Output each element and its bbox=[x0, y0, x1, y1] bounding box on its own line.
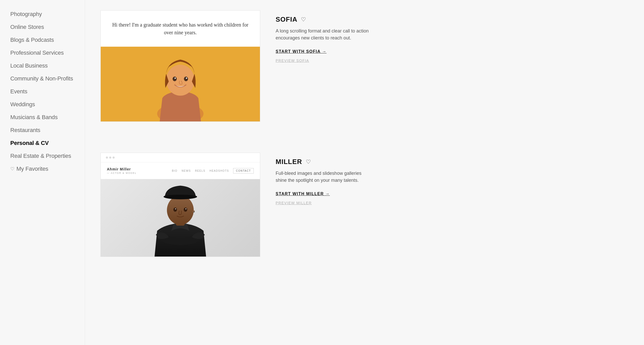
sidebar-item-my-favorites[interactable]: ♡ My Favorites bbox=[10, 162, 85, 175]
svg-point-2 bbox=[166, 65, 194, 96]
sidebar-item-community-nonprofits[interactable]: Community & Non-Profits bbox=[10, 72, 85, 85]
svg-point-8 bbox=[167, 195, 194, 225]
sidebar-item-professional-services[interactable]: Professional Services bbox=[10, 46, 85, 59]
sidebar: PhotographyOnline StoresBlogs & Podcasts… bbox=[0, 0, 85, 345]
sofia-tagline: Hi there! I'm a graduate student who has… bbox=[111, 21, 250, 36]
sidebar-item-blogs-podcasts[interactable]: Blogs & Podcasts bbox=[10, 34, 85, 46]
svg-point-11 bbox=[173, 208, 177, 212]
miller-logo-sub: — Actor & Model bbox=[107, 172, 137, 174]
sofia-image bbox=[101, 47, 260, 121]
miller-heart-icon[interactable]: ♡ bbox=[306, 159, 311, 165]
miller-preview-link[interactable]: PREVIEW MILLER bbox=[276, 201, 629, 205]
svg-point-12 bbox=[184, 208, 187, 212]
svg-point-6 bbox=[186, 78, 187, 79]
sidebar-item-photography[interactable]: Photography bbox=[10, 8, 85, 21]
svg-point-5 bbox=[175, 78, 176, 79]
miller-name: MILLER bbox=[276, 158, 302, 166]
sofia-preview-link[interactable]: PREVIEW SOFIA bbox=[276, 59, 629, 63]
svg-point-10 bbox=[164, 195, 197, 199]
sidebar-item-restaurants[interactable]: Restaurants bbox=[10, 124, 85, 137]
miller-nav-contact[interactable]: CONTACT bbox=[233, 168, 254, 174]
miller-nav-links: BIO NEWS REELS HEADSHOTS CONTACT bbox=[172, 168, 254, 174]
miller-logo-name: Ahmir Miller bbox=[107, 167, 137, 171]
miller-nav-headshots[interactable]: HEADSHOTS bbox=[209, 169, 229, 172]
svg-point-4 bbox=[184, 77, 188, 81]
sofia-person-illustration bbox=[142, 47, 219, 121]
svg-point-14 bbox=[185, 208, 187, 209]
miller-dot-3 bbox=[113, 157, 115, 159]
sidebar-item-real-estate[interactable]: Real Estate & Properties bbox=[10, 150, 85, 162]
heart-icon: ♡ bbox=[10, 166, 14, 172]
sofia-name: SOFIA bbox=[276, 15, 297, 23]
miller-logo: Ahmir Miller — Actor & Model bbox=[107, 167, 137, 174]
miller-nav-reels[interactable]: REELS bbox=[195, 169, 205, 172]
template-entry-miller: Ahmir Miller — Actor & Model BIO NEWS RE… bbox=[100, 142, 629, 257]
miller-nav-news[interactable]: NEWS bbox=[182, 169, 191, 172]
sofia-heart-icon[interactable]: ♡ bbox=[301, 16, 306, 23]
miller-person-illustration bbox=[139, 179, 222, 257]
sidebar-item-weddings[interactable]: Weddings bbox=[10, 98, 85, 111]
sidebar-item-online-stores[interactable]: Online Stores bbox=[10, 21, 85, 34]
miller-navbar: Ahmir Miller — Actor & Model BIO NEWS RE… bbox=[101, 162, 260, 179]
miller-preview[interactable]: Ahmir Miller — Actor & Model BIO NEWS RE… bbox=[100, 153, 260, 257]
miller-dot-1 bbox=[106, 157, 108, 159]
sidebar-item-local-business[interactable]: Local Business bbox=[10, 59, 85, 72]
miller-nav-bio[interactable]: BIO bbox=[172, 169, 177, 172]
miller-description: Full-bleed images and slideshow gallerie… bbox=[276, 170, 374, 184]
sidebar-item-musicians-bands[interactable]: Musicians & Bands bbox=[10, 111, 85, 124]
sofia-title-row: SOFIA ♡ bbox=[276, 15, 629, 23]
sofia-description: A long scrolling format and clear call t… bbox=[276, 28, 374, 42]
miller-info: MILLER ♡ Full-bleed images and slideshow… bbox=[276, 153, 629, 205]
template-entry-sofia: Hi there! I'm a graduate student who has… bbox=[100, 0, 629, 122]
main-content: Hi there! I'm a graduate student who has… bbox=[85, 0, 644, 345]
svg-point-16 bbox=[193, 211, 194, 212]
svg-point-3 bbox=[173, 77, 177, 81]
sofia-text-area: Hi there! I'm a graduate student who has… bbox=[101, 11, 260, 47]
miller-window-dots bbox=[101, 153, 260, 162]
sidebar-item-events[interactable]: Events bbox=[10, 85, 85, 98]
sofia-info: SOFIA ♡ A long scrolling format and clea… bbox=[276, 10, 629, 63]
miller-start-button[interactable]: START WITH MILLER → bbox=[276, 192, 629, 196]
sidebar-item-personal-cv[interactable]: Personal & CV bbox=[10, 137, 85, 150]
sofia-preview[interactable]: Hi there! I'm a graduate student who has… bbox=[100, 10, 260, 122]
svg-point-13 bbox=[175, 208, 176, 209]
miller-hero-image bbox=[101, 179, 260, 257]
miller-dot-2 bbox=[109, 157, 111, 159]
miller-title-row: MILLER ♡ bbox=[276, 158, 629, 166]
sofia-start-button[interactable]: START WITH SOFIA → bbox=[276, 49, 629, 54]
